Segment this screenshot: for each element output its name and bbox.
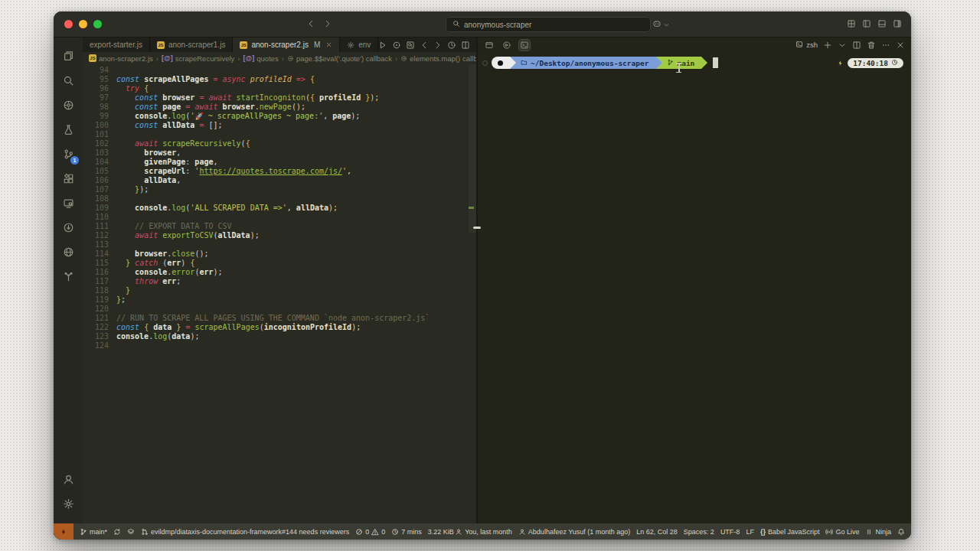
status-git-branch[interactable]: main* bbox=[80, 528, 107, 536]
status-eol-sequence[interactable]: LF bbox=[746, 528, 754, 536]
activity-gitlens[interactable] bbox=[54, 264, 83, 289]
terminal-more-actions[interactable] bbox=[881, 41, 890, 50]
activity-testing[interactable] bbox=[54, 117, 83, 142]
bolt-icon bbox=[60, 528, 67, 536]
status-time-tracker[interactable]: 7 mins bbox=[391, 528, 422, 536]
sync-icon bbox=[113, 528, 121, 536]
activity-settings-sync[interactable] bbox=[54, 93, 83, 117]
status-remote-indicator[interactable] bbox=[54, 523, 74, 540]
activity-source-control[interactable]: 1 bbox=[54, 142, 83, 166]
terminal-shell-label[interactable]: zsh bbox=[795, 41, 818, 50]
copilot-menu[interactable] bbox=[652, 18, 670, 31]
activity-search[interactable] bbox=[54, 68, 83, 93]
breadcrumb-item[interactable]: JSanon-scraper2.js bbox=[89, 54, 153, 63]
layout-bottom-button[interactable] bbox=[877, 18, 887, 31]
line-number: 102 bbox=[83, 139, 116, 148]
live-preview-button[interactable] bbox=[392, 41, 401, 50]
split-editor-button[interactable] bbox=[461, 41, 470, 50]
activity-explorer[interactable] bbox=[54, 44, 83, 68]
output-icon bbox=[485, 41, 494, 50]
status-cursor-position[interactable]: Ln 62, Col 28 bbox=[636, 528, 678, 536]
status-language-mode[interactable]: {}Babel JavaScript bbox=[760, 528, 820, 536]
tab-label: anon-scraper1.js bbox=[168, 41, 225, 49]
back-button[interactable] bbox=[420, 41, 429, 50]
tab-bar: export-starter.jsJSanon-scraper1.jsJSano… bbox=[83, 37, 476, 52]
vscode-window: anonymous-scraper 1 export-starter.jsJSa… bbox=[54, 11, 911, 540]
splitter-handle[interactable] bbox=[473, 227, 481, 229]
line-number: 117 bbox=[83, 277, 116, 286]
folder-icon bbox=[521, 59, 528, 66]
terminal-view-button[interactable] bbox=[519, 40, 530, 51]
status-file-size[interactable]: 3.22 KiB bbox=[428, 528, 454, 536]
gear-circle-icon bbox=[63, 99, 74, 111]
terminal-content[interactable]: ~/Desktop/anonymous-scraper main 17:40:1… bbox=[478, 52, 911, 523]
status-publish[interactable] bbox=[127, 528, 135, 536]
run-icon bbox=[378, 41, 387, 50]
status-sync-status[interactable] bbox=[113, 528, 121, 536]
code-line: 123console.log(data); bbox=[83, 332, 476, 341]
breadcrumb-item[interactable]: [@]quotes bbox=[243, 54, 279, 63]
line-number: 100 bbox=[83, 121, 116, 130]
status-pull-request-status[interactable]: evildmp/diataxis-documentation-framework… bbox=[141, 528, 349, 536]
activity-docker[interactable] bbox=[54, 240, 83, 264]
status-problems[interactable]: 00 bbox=[355, 528, 385, 536]
copilot-icon bbox=[652, 18, 662, 31]
status-notifications[interactable] bbox=[897, 528, 905, 536]
code-line: 110 bbox=[83, 213, 476, 222]
tab-env[interactable]: env bbox=[340, 37, 378, 52]
layout-left-button[interactable] bbox=[862, 18, 871, 31]
nav-back-button[interactable] bbox=[306, 18, 315, 31]
line-number: 96 bbox=[83, 84, 116, 93]
breadcrumb-item[interactable]: elements.map() callback bbox=[400, 54, 476, 63]
layout-grid-button[interactable] bbox=[847, 18, 856, 31]
activity-remote-explorer[interactable] bbox=[54, 191, 83, 215]
close-icon bbox=[325, 41, 332, 48]
status-gitlens-blame[interactable]: You, last month bbox=[455, 528, 512, 536]
close-window-button[interactable] bbox=[64, 20, 73, 28]
debug-console-view-button[interactable] bbox=[501, 40, 512, 51]
zoom-window-button[interactable] bbox=[93, 20, 102, 28]
status-ninja[interactable]: Ninja bbox=[865, 528, 891, 536]
forward-icon bbox=[433, 41, 443, 50]
activity-accounts[interactable] bbox=[54, 467, 83, 491]
tab-label: export-starter.js bbox=[90, 41, 142, 49]
minimize-window-button[interactable] bbox=[79, 20, 87, 28]
code-editor[interactable]: 9495const scrapeAllPages = async profile… bbox=[83, 64, 476, 523]
terminal-profile-dropdown[interactable] bbox=[838, 41, 847, 50]
line-number: 118 bbox=[83, 286, 116, 295]
activity-extensions[interactable] bbox=[54, 166, 83, 191]
status-indentation[interactable]: Spaces: 2 bbox=[684, 528, 714, 536]
chevron-down-icon bbox=[838, 41, 847, 50]
output-view-button[interactable] bbox=[484, 40, 495, 51]
split-icon bbox=[852, 41, 861, 50]
activity-live-share[interactable] bbox=[54, 215, 83, 240]
search-editor-button[interactable] bbox=[406, 41, 415, 50]
status-encoding[interactable]: UTF-8 bbox=[720, 528, 740, 536]
close-tab-button[interactable] bbox=[325, 41, 332, 48]
kill-terminal-button[interactable] bbox=[867, 41, 876, 50]
breadcrumb-item[interactable]: [@]scrapeRecursively bbox=[162, 54, 234, 63]
run-file-button[interactable] bbox=[378, 41, 387, 50]
split-terminal-button[interactable] bbox=[852, 41, 861, 50]
tab-anon-scraper1-js[interactable]: JSanon-scraper1.js bbox=[150, 37, 233, 52]
command-center[interactable]: anonymous-scraper bbox=[446, 17, 651, 32]
tab-export-starter-js[interactable]: export-starter.js bbox=[83, 37, 150, 52]
beaker-icon bbox=[63, 124, 74, 135]
plus-icon bbox=[823, 41, 832, 50]
code-line: 119}; bbox=[83, 295, 476, 305]
status-git-author[interactable]: Abdulhafeez Yusuf (1 month ago) bbox=[518, 528, 630, 536]
layout-right-button[interactable] bbox=[893, 18, 902, 31]
code-line: 105 scrapeUrl: 'https://quotes.toscrape.… bbox=[83, 167, 476, 176]
breadcrumb[interactable]: JSanon-scraper2.js›[@]scrapeRecursively›… bbox=[83, 52, 476, 64]
nav-forward-button[interactable] bbox=[323, 18, 332, 31]
new-terminal-button[interactable] bbox=[823, 41, 832, 50]
close-icon bbox=[896, 41, 905, 50]
breadcrumb-item[interactable]: page.$$eval('.quote') callback bbox=[287, 54, 392, 63]
status-go-live[interactable]: Go Live bbox=[825, 528, 859, 536]
activity-settings[interactable] bbox=[54, 491, 83, 516]
forward-button[interactable] bbox=[433, 41, 443, 50]
close-panel-button[interactable] bbox=[896, 41, 905, 50]
code-line: 102 await scrapeRecursively({ bbox=[83, 139, 476, 148]
timeline-button[interactable] bbox=[447, 41, 456, 50]
tab-anon-scraper2-js[interactable]: JSanon-scraper2.jsM bbox=[233, 37, 340, 52]
